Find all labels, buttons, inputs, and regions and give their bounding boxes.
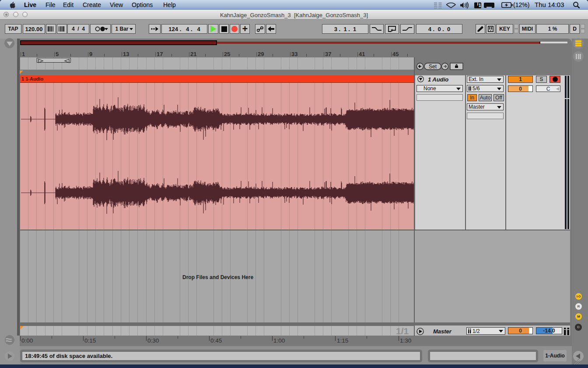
svg-text:1: 1 bbox=[479, 3, 481, 8]
svg-text:Set: Set bbox=[429, 64, 437, 70]
